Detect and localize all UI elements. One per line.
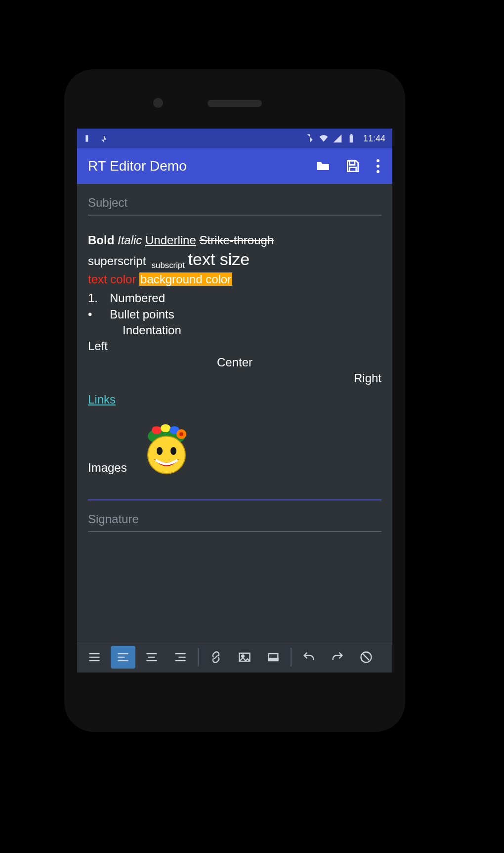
align-left-sample: Left: [88, 338, 381, 354]
emoji-clown-icon: [137, 416, 196, 476]
sample-textcolor: text color: [88, 272, 136, 286]
svg-rect-12: [89, 653, 100, 654]
subject-input[interactable]: [88, 193, 381, 216]
align-justify-button[interactable]: [82, 646, 107, 669]
align-left-button[interactable]: [111, 646, 135, 669]
svg-point-10: [157, 447, 163, 455]
bluetooth-icon: [305, 134, 315, 143]
svg-point-8: [179, 432, 183, 436]
sample-underline: Underline: [145, 233, 196, 247]
svg-point-9: [148, 436, 185, 474]
signal-icon: [333, 134, 342, 143]
open-file-icon[interactable]: [315, 158, 331, 174]
sample-subscript: subscript: [152, 261, 185, 270]
screen: 11:44 RT Editor Demo Bold Italic: [77, 129, 392, 673]
align-right-button[interactable]: [168, 646, 193, 669]
status-clock: 11:44: [363, 134, 385, 144]
battery-icon: [346, 134, 356, 143]
insert-image-button[interactable]: [232, 646, 257, 669]
editor-scroll[interactable]: Bold Italic Underline Strike-through sup…: [77, 184, 392, 641]
richtext-body[interactable]: Bold Italic Underline Strike-through sup…: [88, 232, 381, 500]
undo-button[interactable]: [296, 646, 321, 669]
svg-rect-2: [350, 134, 352, 135]
numbered-list-marker: 1.: [88, 290, 101, 306]
app-bar: RT Editor Demo: [77, 148, 392, 184]
align-center-sample: Center: [88, 355, 381, 370]
toolbar-divider: [291, 648, 292, 667]
indent-sample: Indentation: [123, 322, 381, 338]
link-sample[interactable]: Links: [88, 393, 116, 406]
overflow-menu-icon[interactable]: [375, 157, 381, 175]
sample-strike: Strike-through: [199, 233, 274, 247]
align-right-sample: Right: [88, 370, 381, 386]
sample-superscript: superscript: [88, 254, 146, 268]
toolbar-divider: [198, 648, 199, 667]
svg-rect-19: [148, 656, 155, 657]
svg-rect-23: [175, 660, 186, 661]
bullet-marker: •: [88, 307, 101, 322]
svg-rect-14: [89, 660, 100, 661]
align-center-button[interactable]: [139, 646, 164, 669]
save-icon[interactable]: [345, 158, 361, 174]
svg-point-4: [152, 426, 162, 434]
svg-rect-16: [118, 656, 125, 657]
status-icon-a: [84, 134, 94, 143]
format-toolbar: [77, 641, 392, 673]
phone-speaker: [208, 100, 262, 107]
svg-rect-21: [175, 653, 186, 654]
svg-rect-1: [350, 135, 353, 142]
svg-rect-22: [179, 656, 186, 657]
svg-rect-15: [118, 653, 128, 654]
body-divider: [88, 499, 381, 500]
sample-italic: Italic: [118, 233, 142, 247]
status-icon-b: [99, 134, 109, 143]
svg-rect-0: [85, 135, 88, 141]
svg-rect-17: [118, 660, 128, 661]
redo-button[interactable]: [325, 646, 350, 669]
svg-point-25: [242, 655, 244, 657]
images-label: Images: [88, 460, 127, 476]
bullet-list-item: Bullet points: [110, 307, 174, 322]
svg-rect-27: [269, 658, 278, 661]
app-title: RT Editor Demo: [88, 158, 187, 174]
status-bar: 11:44: [77, 129, 392, 148]
insert-link-button[interactable]: [204, 646, 228, 669]
svg-point-5: [161, 424, 170, 432]
clear-format-button[interactable]: [354, 646, 378, 669]
svg-rect-20: [147, 660, 157, 661]
sample-textsize: text size: [188, 250, 250, 269]
svg-rect-18: [147, 653, 157, 654]
numbered-list-item: Numbered: [110, 290, 165, 306]
phone-frame: 11:44 RT Editor Demo Bold Italic: [64, 69, 405, 732]
svg-point-11: [170, 447, 176, 455]
wifi-icon: [319, 134, 329, 143]
phone-camera: [153, 98, 163, 108]
signature-input[interactable]: [88, 509, 381, 532]
svg-rect-13: [89, 656, 100, 657]
color-button[interactable]: [261, 646, 286, 669]
sample-bgcolor: background color: [139, 272, 232, 286]
sample-bold: Bold: [88, 233, 114, 247]
